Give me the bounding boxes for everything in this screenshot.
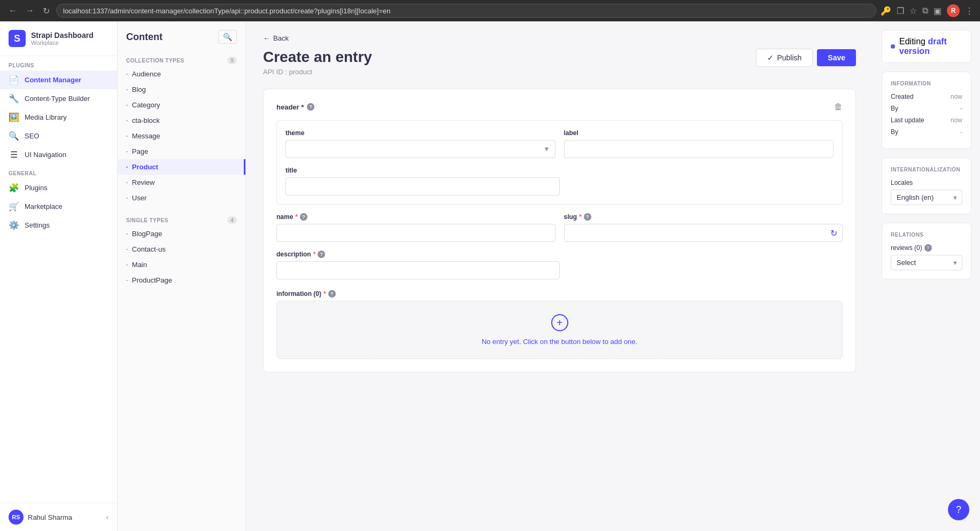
sidebar-item-media-library[interactable]: 🖼️ Media Library: [0, 108, 117, 127]
logo-title: Strapi Dashboard: [31, 31, 94, 40]
created-value: now: [951, 93, 962, 100]
label-input[interactable]: [564, 140, 834, 158]
bullet-review: •: [126, 180, 128, 185]
last-update-label: Last update: [891, 116, 924, 124]
back-nav-button[interactable]: ←: [6, 4, 19, 18]
reviews-select[interactable]: Select: [891, 255, 962, 270]
name-field: name * ?: [276, 213, 555, 242]
collection-item-audience[interactable]: • Audience: [118, 66, 245, 82]
sidebar-item-seo[interactable]: 🔍 SEO: [0, 127, 117, 145]
sidebar-item-seo-label: SEO: [25, 132, 39, 140]
single-item-main[interactable]: • Main: [118, 257, 245, 272]
created-label: Created: [891, 93, 914, 100]
collection-item-blog-label: Blog: [132, 85, 146, 93]
single-types-label: SINGLE TYPES: [126, 217, 168, 223]
sidebar-item-content-type-builder[interactable]: 🔧 Content-Type Builder: [0, 89, 117, 108]
collection-item-message[interactable]: • Message: [118, 128, 245, 144]
slug-refresh-button[interactable]: ↻: [830, 228, 837, 238]
user-name: Rahul Sharma: [28, 513, 72, 521]
plugins-icon: 🧩: [9, 183, 19, 193]
header-required: *: [299, 103, 304, 111]
information-panel: INFORMATION Created now By - Last update…: [882, 72, 971, 149]
seo-icon: 🔍: [9, 131, 19, 141]
last-update-row: Last update now: [891, 116, 962, 124]
name-info-icon[interactable]: ?: [300, 213, 307, 221]
slug-field: slug * ? product-1 ↻: [564, 213, 843, 242]
created-row: Created now: [891, 93, 962, 100]
header-section-header: header * ? 🗑: [276, 102, 843, 112]
page-title-section: Create an entry API ID : product: [263, 49, 372, 76]
collection-item-page[interactable]: • Page: [118, 144, 245, 159]
general-section-label: GENERAL: [0, 164, 117, 178]
collapse-sidebar-button[interactable]: ‹: [106, 513, 109, 521]
single-item-contact-us[interactable]: • Contact-us: [118, 241, 245, 257]
key-icon: 🔑: [881, 6, 891, 16]
information-zone: + No entry yet. Click on the button belo…: [276, 301, 843, 359]
collection-item-product[interactable]: • Product: [118, 159, 245, 175]
information-info-icon[interactable]: ?: [328, 290, 336, 298]
slug-input-wrapper: product-1 ↻: [564, 224, 843, 242]
header-info-icon[interactable]: ?: [307, 103, 314, 111]
star-icon[interactable]: ☆: [909, 6, 917, 16]
slug-required: *: [579, 213, 582, 221]
description-info-icon[interactable]: ?: [318, 251, 325, 258]
sidebar-item-marketplace-label: Marketplace: [25, 202, 63, 210]
theme-label-row: theme ▼ label: [285, 129, 834, 158]
forward-nav-button[interactable]: →: [24, 4, 36, 18]
header-delete-button[interactable]: 🗑: [834, 102, 843, 112]
api-id: API ID : product: [263, 68, 372, 76]
slug-label: slug * ?: [564, 213, 843, 221]
form-container: header * ? 🗑 theme ▼ labe: [263, 89, 856, 372]
save-button[interactable]: Save: [817, 49, 856, 66]
collection-item-user[interactable]: • User: [118, 190, 245, 206]
reviews-label: reviews (0) ?: [891, 244, 962, 252]
collection-item-message-label: Message: [132, 132, 160, 140]
collection-item-cta-block[interactable]: • cta-block: [118, 113, 245, 128]
sidebar-item-settings[interactable]: ⚙️ Settings: [0, 216, 117, 235]
slug-info-icon[interactable]: ?: [584, 213, 591, 221]
collection-item-blog[interactable]: • Blog: [118, 82, 245, 97]
back-arrow-icon: ←: [263, 34, 270, 42]
sidebar-item-content-manager[interactable]: 📄 Content Manager: [0, 71, 117, 89]
bullet-cta-block: •: [126, 118, 128, 123]
sidebar-item-ui-navigation[interactable]: ☰ UI Navigation: [0, 145, 117, 164]
slug-input[interactable]: product-1: [564, 224, 843, 242]
sidebar-item-plugins[interactable]: 🧩 Plugins: [0, 178, 117, 197]
app-layout: S Strapi Dashboard Workplace PLUGINS 📄 C…: [0, 21, 980, 531]
content-panel-header: Content 🔍: [118, 30, 245, 52]
logo-icon: S: [9, 30, 26, 47]
sidebar: S Strapi Dashboard Workplace PLUGINS 📄 C…: [0, 21, 118, 531]
help-button[interactable]: ?: [948, 499, 969, 520]
sidebar-item-marketplace[interactable]: 🛒 Marketplace: [0, 197, 117, 216]
single-item-productpage[interactable]: • ProductPage: [118, 272, 245, 288]
share-icon[interactable]: ❐: [897, 6, 904, 16]
content-search-button[interactable]: 🔍: [218, 30, 237, 44]
menu-icon[interactable]: ⋮: [965, 6, 974, 16]
collection-item-review[interactable]: • Review: [118, 175, 245, 190]
logo-text: Strapi Dashboard Workplace: [31, 31, 94, 46]
title-input[interactable]: [285, 177, 560, 196]
add-entry-button[interactable]: +: [551, 314, 568, 331]
browser-user-avatar[interactable]: R: [947, 4, 960, 17]
browser-icons: 🔑 ❐ ☆ ⧉ ▣ R ⋮: [881, 4, 974, 17]
url-bar[interactable]: localhost:1337/admin/content-manager/col…: [56, 4, 876, 18]
publish-button[interactable]: ✓ Publish: [756, 49, 813, 67]
reload-button[interactable]: ↻: [41, 4, 52, 18]
collection-item-category[interactable]: • Category: [118, 97, 245, 113]
window-icon[interactable]: ▣: [933, 6, 942, 16]
plugins-section-label: PLUGINS: [0, 56, 117, 71]
single-types-section-header: SINGLE TYPES 4: [118, 212, 245, 226]
description-input[interactable]: [276, 261, 560, 279]
back-button[interactable]: ← Back: [263, 34, 289, 42]
bullet-audience: •: [126, 72, 128, 76]
header-field-label: header *: [276, 103, 304, 111]
relations-title: RELATIONS: [891, 232, 962, 238]
extension-icon[interactable]: ⧉: [922, 6, 928, 15]
theme-select[interactable]: [285, 140, 555, 158]
i18n-panel: INTERNATIONALIZATION Locales English (en…: [882, 158, 971, 214]
reviews-info-icon[interactable]: ?: [924, 244, 932, 252]
i18n-title: INTERNATIONALIZATION: [891, 167, 962, 173]
locale-select[interactable]: English (en): [891, 190, 962, 205]
single-item-blogpage[interactable]: • BlogPage: [118, 226, 245, 241]
name-input[interactable]: [276, 224, 555, 242]
